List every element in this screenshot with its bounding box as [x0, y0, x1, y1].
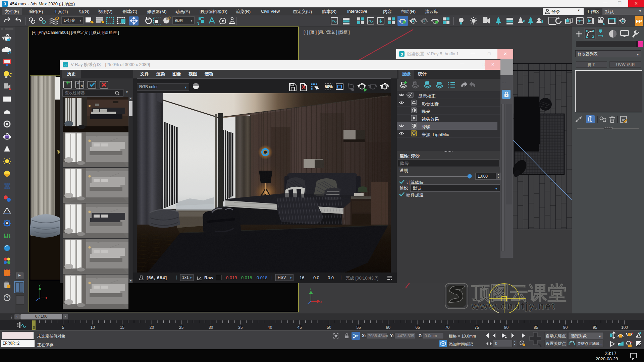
svg-text:65: 65 [416, 325, 420, 330]
svg-text:FP: FP [636, 19, 642, 24]
svg-text:3: 3 [64, 63, 66, 67]
svg-text:40: 40 [268, 325, 272, 330]
svg-text:85: 85 [534, 325, 538, 330]
svg-text:5: 5 [62, 325, 64, 330]
svg-text:50: 50 [327, 325, 331, 330]
svg-text:x: x [320, 300, 322, 303]
svg-text:15: 15 [120, 325, 125, 330]
svg-text:25: 25 [179, 325, 184, 330]
svg-text:35: 35 [238, 325, 243, 330]
svg-text:20: 20 [150, 325, 154, 330]
svg-text:45: 45 [297, 325, 302, 330]
svg-text:80: 80 [504, 325, 509, 330]
svg-text:0: 0 [33, 325, 35, 329]
svg-text:?: ? [6, 296, 8, 300]
svg-text:Y: Y [310, 287, 312, 291]
svg-text:100: 100 [621, 325, 628, 330]
svg-text:50%: 50% [325, 84, 333, 89]
svg-text:A: A [77, 81, 79, 85]
svg-text:3: 3 [401, 52, 403, 56]
svg-text:30: 30 [209, 325, 213, 330]
svg-text:10: 10 [91, 325, 95, 330]
svg-text:www.cndtjy.net: www.cndtjy.net [471, 300, 556, 311]
svg-text:60: 60 [386, 325, 391, 330]
svg-text:55: 55 [356, 325, 361, 330]
svg-text:90: 90 [563, 325, 568, 330]
svg-text:Y: Y [39, 284, 41, 287]
svg-text:95: 95 [593, 325, 597, 330]
svg-text:75: 75 [475, 325, 479, 330]
svg-text:3: 3 [4, 2, 6, 6]
svg-text:B: B [81, 84, 83, 88]
svg-text:70: 70 [445, 325, 450, 330]
